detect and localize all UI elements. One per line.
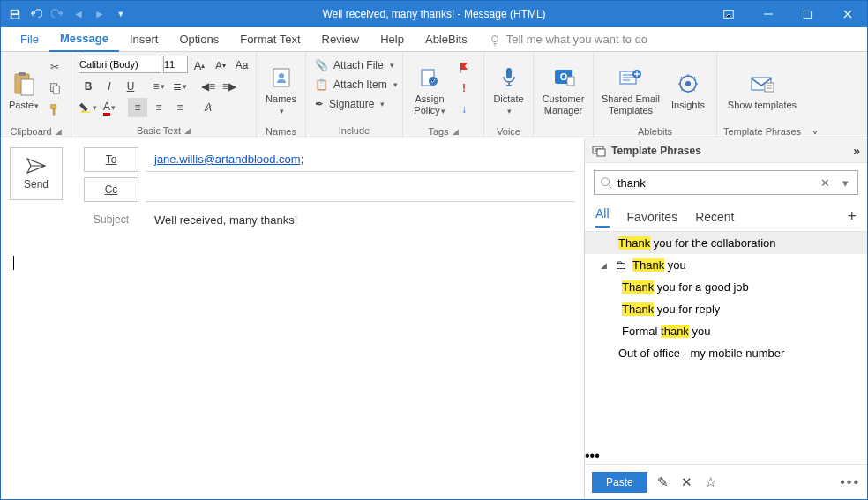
follow-up-icon[interactable] <box>454 57 474 77</box>
change-case-icon[interactable]: Aa <box>232 56 251 75</box>
clipboard-launcher-icon[interactable]: ◢ <box>56 127 62 136</box>
attach-item-icon: 📋 <box>315 78 328 91</box>
search-icon <box>600 176 612 189</box>
to-button[interactable]: To <box>84 147 138 172</box>
save-icon[interactable] <box>6 5 24 23</box>
redo-icon[interactable] <box>49 5 66 23</box>
cc-button[interactable]: Cc <box>84 177 138 202</box>
align-center-icon[interactable]: ≡ <box>149 98 168 117</box>
tags-launcher-icon[interactable]: ◢ <box>453 127 459 136</box>
svg-rect-5 <box>21 79 34 95</box>
panel-tab-all[interactable]: All <box>595 206 610 228</box>
to-field[interactable]: jane.willis@artandblood.com; <box>146 147 575 172</box>
tab-format-text[interactable]: Format Text <box>229 27 311 52</box>
signature-button[interactable]: ✒Signature▾ <box>311 94 388 114</box>
assign-policy-icon <box>415 63 444 92</box>
qat-dropdown-icon[interactable]: ▼ <box>112 5 130 23</box>
back-icon[interactable]: ◄ <box>70 5 87 23</box>
template-phrases-icon <box>592 145 606 157</box>
shrink-font-icon[interactable]: A▾ <box>211 56 230 75</box>
basic-text-launcher-icon[interactable]: ◢ <box>184 126 191 135</box>
cut-icon[interactable]: ✂ <box>45 57 64 77</box>
paste-button[interactable]: Paste▾ <box>4 56 43 124</box>
attach-file-button[interactable]: 📎Attach File▾ <box>311 56 398 75</box>
attach-item-button[interactable]: 📋Attach Item▾ <box>311 75 401 94</box>
clear-search-icon[interactable]: ✕ <box>817 176 834 190</box>
list-item[interactable]: Thank you for a good job <box>585 276 867 298</box>
maximize-icon[interactable] <box>788 1 827 27</box>
tab-message[interactable]: Message <box>49 27 119 52</box>
group-clipboard: Paste▾ ✂ Clipboard ◢ <box>1 52 71 138</box>
message-body[interactable] <box>1 246 584 499</box>
panel-title: Template Phrases <box>611 145 701 157</box>
dictate-button[interactable]: Dictate▾ <box>488 56 529 124</box>
footer-more-icon[interactable]: ••• <box>840 474 860 490</box>
paperclip-icon: 📎 <box>315 59 328 71</box>
template-search-input[interactable] <box>617 176 812 190</box>
send-button[interactable]: Send <box>10 147 63 200</box>
cc-field[interactable] <box>146 177 575 202</box>
tab-insert[interactable]: Insert <box>119 27 169 52</box>
favorite-icon[interactable]: ☆ <box>702 474 719 490</box>
list-more-icon[interactable]: ••• <box>585 448 600 463</box>
subject-field[interactable]: Well received, many thanks! <box>146 207 575 232</box>
underline-button[interactable]: U <box>121 77 140 96</box>
list-item[interactable]: Formal thank you <box>585 320 867 342</box>
list-item[interactable]: Thank you for reply <box>585 298 867 320</box>
ribbon-options-icon[interactable] <box>708 1 748 27</box>
svg-text:O: O <box>559 71 567 82</box>
tab-options[interactable]: Options <box>168 27 229 52</box>
panel-add-button[interactable]: + <box>847 207 857 226</box>
low-importance-icon[interactable]: ↓ <box>454 100 474 119</box>
undo-icon[interactable] <box>27 5 45 23</box>
template-search-box[interactable]: ✕ ▾ <box>594 170 858 195</box>
tab-ablebits[interactable]: AbleBits <box>415 27 478 52</box>
high-importance-icon[interactable]: ! <box>454 78 474 98</box>
increase-indent-icon[interactable]: ≡▶ <box>220 77 239 96</box>
font-color-icon[interactable]: A▾ <box>100 98 119 117</box>
list-item[interactable]: ◢🗀Thank you <box>585 254 867 276</box>
list-item[interactable]: Out of office - my mobile number <box>585 342 867 364</box>
panel-tab-recent[interactable]: Recent <box>695 210 734 224</box>
group-customer-manager: O Customer Manager <box>534 52 594 138</box>
shared-templates-button[interactable]: Shared Email Templates <box>597 56 664 124</box>
assign-policy-button[interactable]: Assign Policy▾ <box>407 56 453 124</box>
tab-file[interactable]: File <box>10 27 49 52</box>
align-left-icon[interactable]: ≡ <box>128 98 147 117</box>
align-right-icon[interactable]: ≡ <box>170 98 190 117</box>
expand-icon[interactable]: ◢ <box>601 261 610 270</box>
bold-button[interactable]: B <box>79 77 98 96</box>
delete-icon[interactable]: ✕ <box>678 474 695 490</box>
svg-rect-22 <box>765 83 774 92</box>
tab-review[interactable]: Review <box>311 27 370 52</box>
names-button[interactable]: Names▾ <box>260 56 302 124</box>
clear-formatting-icon[interactable]: A̷ <box>198 98 218 117</box>
format-painter-icon[interactable] <box>45 100 64 119</box>
ribbon-collapse-icon[interactable]: ˬ <box>807 52 823 138</box>
send-icon <box>26 157 47 175</box>
list-item[interactable]: Thank you for the collaboration <box>585 232 867 254</box>
bullets-icon[interactable]: ≡▾ <box>149 77 168 96</box>
edit-icon[interactable]: ✎ <box>655 474 671 490</box>
forward-icon[interactable]: ► <box>91 5 108 23</box>
tell-me-search[interactable]: Tell me what you want to do <box>489 33 647 46</box>
panel-tab-favorites[interactable]: Favorites <box>627 210 678 224</box>
panel-expand-icon[interactable]: » <box>853 144 860 158</box>
insights-button[interactable]: Insights <box>664 56 712 124</box>
grow-font-icon[interactable]: A▴ <box>190 56 209 75</box>
numbering-icon[interactable]: ≣▾ <box>170 77 190 96</box>
decrease-indent-icon[interactable]: ◀≡ <box>198 77 218 96</box>
copy-icon[interactable] <box>45 78 64 98</box>
close-icon[interactable] <box>827 1 867 27</box>
tab-help[interactable]: Help <box>370 27 415 52</box>
highlight-icon[interactable]: ▾ <box>79 98 98 117</box>
search-dropdown-icon[interactable]: ▾ <box>839 176 852 190</box>
italic-button[interactable]: I <box>100 77 119 96</box>
customer-manager-button[interactable]: O Customer Manager <box>537 56 589 124</box>
font-size-select[interactable] <box>163 56 188 73</box>
font-name-select[interactable] <box>79 56 161 73</box>
group-tags: Assign Policy▾ ! ↓ Tags ◢ <box>403 52 484 138</box>
paste-template-button[interactable]: Paste <box>592 472 647 493</box>
minimize-icon[interactable] <box>748 1 788 27</box>
show-templates-button[interactable]: Show templates <box>721 56 804 124</box>
